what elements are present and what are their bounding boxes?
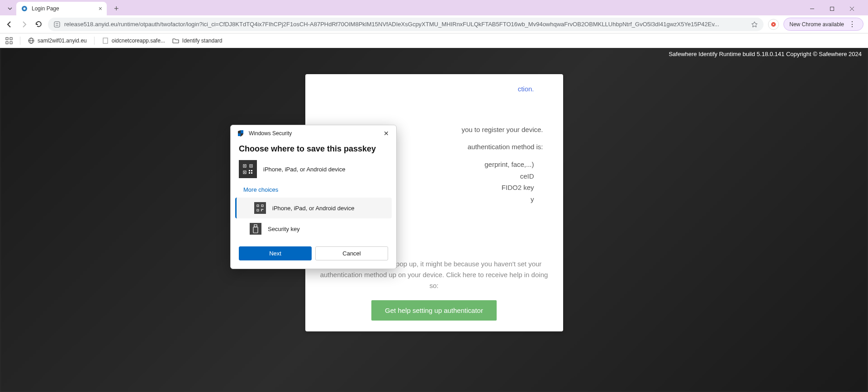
dialog-close-button[interactable]: ✕ bbox=[381, 129, 392, 138]
svg-rect-34 bbox=[262, 209, 263, 210]
new-chrome-badge[interactable]: New Chrome available ⋮ bbox=[783, 18, 863, 31]
svg-rect-12 bbox=[6, 42, 8, 44]
svg-rect-29 bbox=[251, 172, 252, 174]
cancel-button[interactable]: Cancel bbox=[315, 246, 388, 260]
svg-rect-11 bbox=[10, 38, 12, 40]
usb-key-icon bbox=[250, 223, 261, 235]
tab-bar: Login Page × + bbox=[0, 0, 868, 15]
globe-icon bbox=[28, 37, 35, 44]
svg-rect-13 bbox=[10, 42, 12, 44]
new-chrome-label: New Chrome available bbox=[789, 21, 844, 28]
primary-choice: iPhone, iPad, or Android device bbox=[231, 160, 396, 184]
shield-icon bbox=[237, 130, 244, 137]
svg-rect-25 bbox=[244, 172, 245, 173]
windows-security-dialog: ✕ Windows Security Choose where to save … bbox=[230, 125, 397, 269]
folder-icon bbox=[172, 37, 180, 44]
svg-rect-31 bbox=[261, 205, 263, 207]
bookmark-label: saml2wif01.anyid.eu bbox=[38, 38, 87, 44]
svg-rect-17 bbox=[103, 38, 108, 43]
address-bar[interactable]: release518.anyid.eu/runtime/otpauth/twof… bbox=[48, 18, 764, 31]
dialog-header: Windows Security bbox=[231, 125, 396, 142]
page-icon bbox=[102, 37, 109, 44]
page-content: Safewhere Identify Runtime build 5.18.0.… bbox=[0, 48, 868, 392]
svg-point-1 bbox=[24, 8, 26, 10]
option-security-key[interactable]: Security key bbox=[231, 218, 396, 239]
option-key-label: Security key bbox=[268, 226, 300, 232]
reload-button[interactable] bbox=[33, 19, 43, 29]
build-info-text: Safewhere Identify Runtime build 5.18.0.… bbox=[669, 51, 862, 57]
svg-rect-23 bbox=[244, 165, 245, 166]
menu-icon[interactable]: ⋮ bbox=[847, 20, 858, 28]
svg-rect-3 bbox=[830, 7, 834, 10]
browser-toolbar: release518.anyid.eu/runtime/otpauth/twof… bbox=[0, 15, 868, 33]
close-window-button[interactable] bbox=[843, 2, 861, 15]
svg-rect-28 bbox=[249, 172, 250, 174]
extension-icon[interactable] bbox=[768, 19, 779, 30]
url-text: release518.anyid.eu/runtime/otpauth/twof… bbox=[64, 21, 747, 28]
tab-close-button[interactable]: × bbox=[99, 5, 102, 12]
window-controls bbox=[803, 2, 864, 15]
svg-rect-10 bbox=[6, 38, 8, 40]
svg-rect-26 bbox=[249, 170, 250, 171]
bookmark-identify[interactable]: Identify standard bbox=[172, 37, 223, 44]
bookmarks-bar: saml2wif01.anyid.eu oidcnetcoreapp.safe.… bbox=[0, 33, 868, 48]
browser-chrome: Login Page × + bbox=[0, 0, 868, 48]
qr-code-small-icon bbox=[254, 202, 266, 214]
svg-rect-24 bbox=[251, 165, 251, 166]
tab-title: Login Page bbox=[32, 5, 59, 12]
get-help-button[interactable]: Get help setting up authenticator bbox=[371, 300, 497, 321]
more-choices-link[interactable]: More choices bbox=[231, 184, 396, 198]
bookmark-label: Identify standard bbox=[182, 38, 223, 44]
new-tab-button[interactable]: + bbox=[111, 4, 122, 14]
maximize-button[interactable] bbox=[823, 2, 841, 15]
dialog-buttons: Next Cancel bbox=[231, 239, 396, 269]
bookmark-star-icon[interactable] bbox=[751, 21, 758, 28]
tab-search-dropdown[interactable] bbox=[4, 4, 16, 13]
qr-code-icon bbox=[239, 160, 257, 178]
next-button[interactable]: Next bbox=[239, 246, 312, 260]
svg-rect-30 bbox=[257, 205, 259, 207]
separator bbox=[20, 37, 20, 45]
svg-rect-36 bbox=[254, 225, 257, 227]
bookmark-oidc[interactable]: oidcnetcoreapp.safe... bbox=[102, 37, 165, 44]
forward-button[interactable] bbox=[19, 19, 29, 29]
option-mobile-label: iPhone, iPad, or Android device bbox=[272, 205, 354, 212]
back-button[interactable] bbox=[5, 19, 14, 29]
svg-rect-18 bbox=[241, 130, 243, 133]
separator bbox=[94, 37, 95, 45]
apps-grid-icon[interactable] bbox=[5, 37, 13, 44]
svg-rect-37 bbox=[253, 227, 258, 233]
bookmark-saml[interactable]: saml2wif01.anyid.eu bbox=[28, 37, 87, 44]
option-mobile-device[interactable]: iPhone, iPad, or Android device bbox=[235, 198, 392, 218]
dialog-title: Choose where to save this passkey bbox=[231, 142, 396, 160]
svg-rect-32 bbox=[257, 209, 259, 211]
svg-rect-6 bbox=[54, 22, 60, 27]
tab-favicon-icon bbox=[21, 5, 28, 12]
browser-tab[interactable]: Login Page × bbox=[16, 2, 107, 15]
svg-rect-19 bbox=[238, 133, 241, 136]
svg-rect-27 bbox=[251, 170, 252, 171]
svg-rect-35 bbox=[261, 210, 262, 211]
primary-choice-text: iPhone, iPad, or Android device bbox=[263, 166, 345, 173]
minimize-button[interactable] bbox=[803, 2, 821, 15]
top-link-partial[interactable]: ction. bbox=[316, 85, 552, 93]
site-settings-icon[interactable] bbox=[53, 21, 61, 28]
bookmark-label: oidcnetcoreapp.safe... bbox=[112, 38, 165, 44]
dialog-header-text: Windows Security bbox=[249, 130, 292, 137]
svg-rect-33 bbox=[261, 209, 262, 210]
